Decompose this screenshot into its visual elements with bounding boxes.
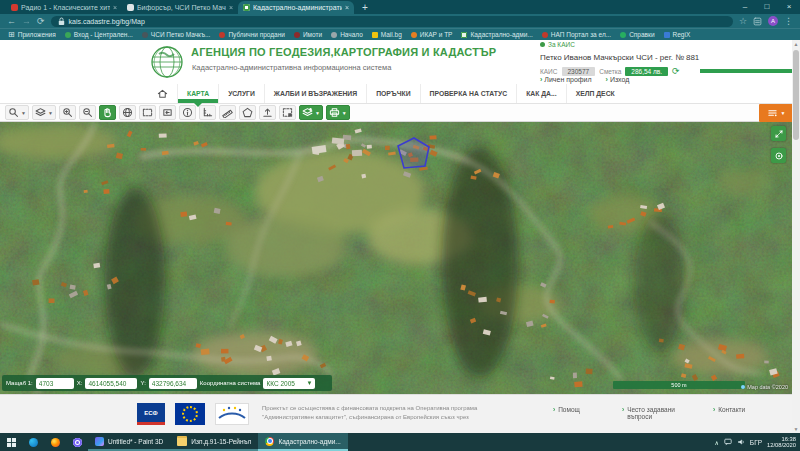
tab-close-icon[interactable]: ×: [229, 4, 233, 11]
crs-label: Координатна система: [200, 380, 261, 386]
x-coordinate-input[interactable]: [85, 378, 137, 389]
keyboard-language[interactable]: БГР: [750, 439, 762, 446]
tab-label: Радио 1 - Класическите хит: [21, 4, 110, 11]
previous-extent-button[interactable]: [159, 105, 176, 120]
bookmark-apps[interactable]: ⊞Приложения: [8, 30, 56, 40]
folder-taskbar-button[interactable]: Изп.д.91-15-Рейнъл: [170, 433, 258, 451]
scrollbar-thumb[interactable]: [793, 50, 799, 140]
locate-button[interactable]: [771, 148, 786, 163]
bookmark-item[interactable]: Справки: [620, 31, 654, 38]
tab-zhalbi[interactable]: ЖАЛБИ И ВЪЗРАЖЕНИЯ: [264, 84, 366, 103]
map-layers-button[interactable]: ▼: [299, 105, 323, 120]
window-close-button[interactable]: ×: [778, 0, 800, 14]
refresh-balance-icon[interactable]: ⟳: [672, 66, 680, 76]
nav-home-button[interactable]: [148, 84, 177, 103]
y-coordinate-input[interactable]: [149, 378, 197, 389]
overview-tool-button[interactable]: [119, 105, 136, 120]
profile-link[interactable]: ›Личен профил: [540, 76, 592, 83]
bookmark-star-icon[interactable]: ☆: [739, 14, 747, 28]
zoom-extent-button[interactable]: [139, 105, 156, 120]
notifications-icon[interactable]: [724, 438, 732, 446]
zoom-out-button[interactable]: [79, 105, 96, 120]
select-region-icon: [282, 107, 293, 118]
layers-tool-button[interactable]: ▼: [32, 105, 56, 120]
bookmark-item[interactable]: Публични продани: [219, 31, 285, 38]
search-tool-button[interactable]: ▼: [5, 105, 29, 120]
system-tray: ∧ БГР 16:38 12/08/2020: [714, 436, 800, 449]
zoom-in-button[interactable]: [59, 105, 76, 120]
tab-close-icon[interactable]: ×: [113, 4, 117, 11]
polygon-tool-button[interactable]: [239, 105, 256, 120]
edge-taskbar-button[interactable]: [22, 433, 44, 451]
bookmark-item[interactable]: Кадастрално-адми...: [461, 31, 532, 38]
page-scrollbar[interactable]: ▲ ▼: [792, 40, 800, 433]
bookmark-item[interactable]: Вход - Централен...: [65, 31, 133, 38]
fullscreen-button[interactable]: [771, 126, 786, 141]
kais-label: КАИС: [540, 68, 558, 75]
taskbar-clock[interactable]: 16:38 12/08/2020: [767, 436, 796, 449]
tab-close-icon[interactable]: ×: [345, 4, 349, 11]
select-region-button[interactable]: [279, 105, 296, 120]
firefox-taskbar-button[interactable]: [44, 433, 66, 451]
bookmark-item[interactable]: ЧСИ Петко Мачкъ...: [142, 31, 211, 38]
new-tab-button[interactable]: +: [362, 1, 368, 14]
kais-info-link[interactable]: За КАИС: [540, 41, 575, 48]
layers-icon: [35, 107, 46, 118]
browser-tab-bar: Радио 1 - Класическите хит × Бифорсър, Ч…: [0, 0, 800, 14]
map-toolbar: ▼ ▼: [0, 104, 800, 122]
back-icon[interactable]: ←: [7, 14, 16, 28]
ruler-tool-button[interactable]: [219, 105, 236, 120]
help-link[interactable]: ›Помощ: [553, 406, 580, 413]
forward-icon[interactable]: →: [22, 14, 31, 28]
start-button[interactable]: [0, 433, 22, 451]
print-button[interactable]: ▼: [326, 105, 350, 120]
screen: Радио 1 - Класическите хит × Бифорсър, Ч…: [0, 0, 800, 451]
scroll-up-icon[interactable]: ▲: [792, 40, 800, 48]
eu-flag-logo: [175, 403, 205, 425]
pan-tool-button[interactable]: [99, 105, 116, 120]
map-scalebar: 500 m: [613, 381, 745, 389]
contacts-link[interactable]: ›Контакти: [713, 406, 745, 413]
tab-proverka-status[interactable]: ПРОВЕРКА НА СТАТУС: [420, 84, 517, 103]
map-canvas[interactable]: Мащаб 1: X: Y: Координатна система ККС 2…: [0, 122, 800, 394]
previous-extent-icon: [162, 107, 173, 118]
bookmark-item[interactable]: RegiX: [664, 31, 691, 38]
reload-icon[interactable]: ⟳: [37, 14, 45, 28]
tray-expand-icon[interactable]: ∧: [714, 439, 718, 446]
faq-link[interactable]: ›Често задавани въпроси: [622, 406, 684, 420]
tab-kak-da[interactable]: КАК ДА...: [516, 84, 566, 103]
bookmark-item[interactable]: Имоти: [294, 31, 322, 38]
bookmark-item[interactable]: Mail.bg: [372, 31, 402, 38]
browser-tab[interactable]: Бифорсър, ЧСИ Петко Мачкър ×: [122, 1, 238, 14]
tab-help-desk[interactable]: ХЕЛП ДЕСК: [566, 84, 624, 103]
extension-icon[interactable]: [753, 17, 762, 26]
scale-input[interactable]: [36, 378, 74, 389]
side-panel-toggle-button[interactable]: ▼: [759, 104, 793, 122]
tab-poruchki[interactable]: ПОРЪЧКИ: [366, 84, 419, 103]
browser-menu-icon[interactable]: ⋮: [784, 14, 793, 28]
x-label: X:: [77, 380, 83, 386]
url-field[interactable]: kais.cadastre.bg/bg/Map: [51, 16, 733, 27]
window-minimize-button[interactable]: –: [734, 0, 756, 14]
bookmark-item[interactable]: ИКАР и ТР: [411, 31, 453, 38]
favicon: [461, 32, 467, 38]
tab-uslugi[interactable]: УСЛУГИ: [218, 84, 264, 103]
bookmark-item[interactable]: НАП Портал за ел...: [542, 31, 611, 38]
favicon: [142, 32, 148, 38]
viber-taskbar-button[interactable]: [66, 433, 88, 451]
chrome-taskbar-button[interactable]: Кадастрално-адми...: [258, 433, 347, 451]
logout-link[interactable]: ›Изход: [606, 76, 630, 83]
browser-tab[interactable]: Радио 1 - Класическите хит ×: [6, 1, 122, 14]
dot-icon: [540, 42, 545, 47]
paint3d-taskbar-button[interactable]: Untitled* - Paint 3D: [88, 433, 170, 451]
scroll-down-icon[interactable]: ▼: [792, 425, 800, 433]
upload-tool-button[interactable]: [259, 105, 276, 120]
window-maximize-button[interactable]: □: [756, 0, 778, 14]
tab-karta[interactable]: КАРТА: [177, 84, 218, 103]
browser-tab-active[interactable]: Кадастрално-административн ×: [238, 1, 354, 14]
crs-select[interactable]: ККС 2005 ▼: [263, 378, 315, 389]
bookmark-item[interactable]: Начало: [331, 31, 363, 38]
volume-icon[interactable]: [737, 438, 745, 446]
locate-icon: [774, 151, 784, 161]
profile-avatar[interactable]: A: [768, 16, 778, 26]
